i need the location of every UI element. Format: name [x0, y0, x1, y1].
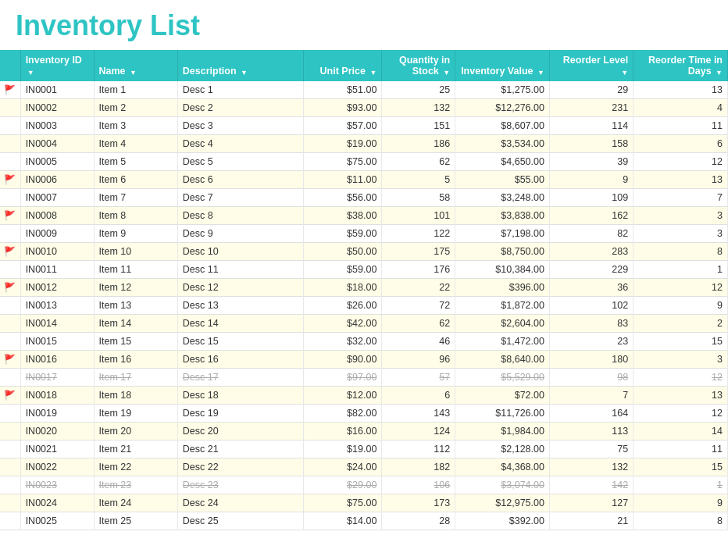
page-title: Inventory List	[0, 0, 728, 50]
cell-qty: 186	[382, 135, 455, 153]
cell-reorder: 23	[549, 333, 633, 351]
cell-reorder: 9	[549, 171, 633, 189]
col-header-name[interactable]: Name ▼	[94, 50, 177, 81]
cell-days: 15	[633, 333, 728, 351]
cell-id: IN0025	[20, 512, 94, 530]
cell-name: Item 25	[94, 512, 177, 530]
flag-cell	[0, 494, 20, 512]
cell-desc: Desc 5	[177, 153, 303, 171]
cell-days: 13	[633, 387, 728, 405]
cell-reorder: 142	[549, 476, 633, 494]
cell-name: Item 22	[94, 458, 177, 476]
cell-id: IN0015	[20, 333, 94, 351]
cell-inv-value: $12,975.00	[455, 494, 550, 512]
cell-id: IN0002	[20, 99, 94, 117]
col-header-inv[interactable]: Inventory Value ▼	[455, 50, 550, 81]
table-row: IN0003Item 3Desc 3$57.00151$8,607.001141…	[0, 117, 728, 135]
flag-cell	[0, 315, 20, 333]
cell-qty: 62	[382, 315, 455, 333]
col-header-reorder[interactable]: Reorder Level ▼	[549, 50, 633, 81]
cell-days: 12	[633, 369, 728, 387]
col-header-qty[interactable]: Quantity in Stock ▼	[382, 50, 455, 81]
cell-reorder: 113	[549, 423, 633, 441]
cell-desc: Desc 3	[177, 117, 303, 135]
table-row: IN0021Item 21Desc 21$19.00112$2,128.0075…	[0, 441, 728, 458]
cell-price: $14.00	[303, 512, 382, 530]
flag-cell: 🚩	[0, 351, 20, 369]
cell-reorder: 283	[549, 243, 633, 261]
cell-days: 9	[633, 494, 728, 512]
cell-qty: 25	[382, 81, 455, 99]
cell-id: IN0020	[20, 423, 94, 441]
flag-cell: 🚩	[0, 279, 20, 297]
flag-cell: 🚩	[0, 171, 20, 189]
flag-cell: 🚩	[0, 243, 20, 261]
cell-inv-value: $3,838.00	[455, 207, 550, 225]
cell-desc: Desc 8	[177, 207, 303, 225]
cell-id: IN0013	[20, 297, 94, 315]
table-row: IN0004Item 4Desc 4$19.00186$3,534.001586	[0, 135, 728, 153]
cell-reorder: 102	[549, 297, 633, 315]
col-header-desc[interactable]: Description ▼	[177, 50, 303, 81]
cell-name: Item 15	[94, 333, 177, 351]
col-header-price[interactable]: Unit Price ▼	[303, 50, 382, 81]
filter-arrow-name[interactable]: ▼	[130, 69, 137, 77]
cell-reorder: 180	[549, 351, 633, 369]
filter-arrow-inv[interactable]: ▼	[537, 69, 544, 77]
cell-name: Item 16	[94, 351, 177, 369]
cell-price: $56.00	[303, 189, 382, 207]
cell-id: IN0005	[20, 153, 94, 171]
flag-cell	[0, 476, 20, 494]
filter-arrow-desc[interactable]: ▼	[241, 69, 248, 77]
table-row: IN0025Item 25Desc 25$14.0028$392.00218	[0, 512, 728, 530]
cell-name: Item 14	[94, 315, 177, 333]
cell-reorder: 39	[549, 153, 633, 171]
filter-arrow-qty[interactable]: ▼	[443, 69, 450, 77]
cell-days: 1	[633, 476, 728, 494]
cell-desc: Desc 20	[177, 423, 303, 441]
cell-inv-value: $1,872.00	[455, 297, 550, 315]
cell-qty: 5	[382, 171, 455, 189]
col-header-id[interactable]: Inventory ID ▼	[20, 50, 94, 81]
cell-days: 11	[633, 441, 728, 458]
col-header-days[interactable]: Reorder Time in Days ▼	[633, 50, 728, 81]
cell-reorder: 229	[549, 261, 633, 279]
table-row: 🚩IN0001Item 1Desc 1$51.0025$1,275.002913	[0, 81, 728, 99]
cell-qty: 101	[382, 207, 455, 225]
flag-cell	[0, 297, 20, 315]
filter-arrow-reorder[interactable]: ▼	[621, 69, 628, 77]
flag-cell	[0, 153, 20, 171]
cell-id: IN0011	[20, 261, 94, 279]
table-row: IN0019Item 19Desc 19$82.00143$11,726.001…	[0, 405, 728, 423]
table-wrapper: Inventory ID ▼ Name ▼ Description ▼ Unit…	[0, 50, 728, 530]
flag-cell	[0, 369, 20, 387]
cell-id: IN0016	[20, 351, 94, 369]
cell-id: IN0019	[20, 405, 94, 423]
table-row: IN0015Item 15Desc 15$32.0046$1,472.00231…	[0, 333, 728, 351]
cell-desc: Desc 14	[177, 315, 303, 333]
flag-icon: 🚩	[4, 174, 16, 185]
flag-cell	[0, 99, 20, 117]
cell-desc: Desc 7	[177, 189, 303, 207]
cell-desc: Desc 17	[177, 369, 303, 387]
cell-reorder: 98	[549, 369, 633, 387]
cell-desc: Desc 10	[177, 243, 303, 261]
cell-price: $97.00	[303, 369, 382, 387]
cell-desc: Desc 19	[177, 405, 303, 423]
filter-arrow-price[interactable]: ▼	[369, 69, 376, 77]
filter-arrow-days[interactable]: ▼	[716, 69, 723, 77]
cell-name: Item 1	[94, 81, 177, 99]
cell-name: Item 18	[94, 387, 177, 405]
cell-qty: 173	[382, 494, 455, 512]
cell-inv-value: $8,640.00	[455, 351, 550, 369]
flag-icon: 🚩	[4, 354, 16, 365]
cell-id: IN0014	[20, 315, 94, 333]
cell-desc: Desc 15	[177, 333, 303, 351]
cell-id: IN0001	[20, 81, 94, 99]
cell-days: 3	[633, 351, 728, 369]
cell-qty: 175	[382, 243, 455, 261]
cell-days: 2	[633, 315, 728, 333]
filter-arrow-id[interactable]: ▼	[27, 69, 34, 77]
cell-price: $93.00	[303, 99, 382, 117]
inventory-table: Inventory ID ▼ Name ▼ Description ▼ Unit…	[0, 50, 728, 530]
